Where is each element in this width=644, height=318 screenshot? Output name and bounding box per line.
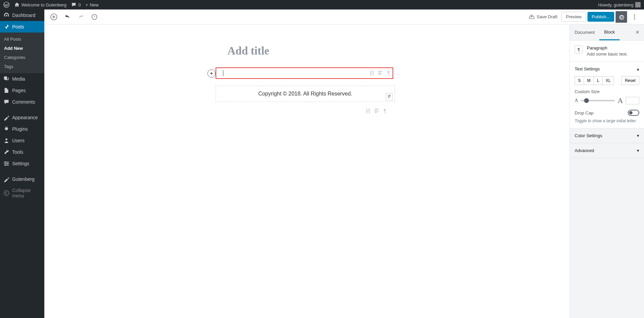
paragraph-icon: ¶ <box>575 45 583 54</box>
site-home-link[interactable]: Welcome to Gutenberg <box>14 2 66 7</box>
menu-gutenberg[interactable]: Gutenberg <box>0 173 44 185</box>
block-placeholder-icons: [/] ¶ <box>370 70 390 77</box>
close-sidebar-button[interactable]: × <box>631 29 644 36</box>
reset-size-button[interactable]: Reset <box>621 76 639 85</box>
plugins-icon <box>3 126 9 132</box>
custom-size-label: Custom Size <box>575 89 639 94</box>
tab-block[interactable]: Block <box>599 24 620 40</box>
settings-icon <box>3 161 9 167</box>
slider-thumb[interactable] <box>584 98 589 103</box>
appearance-icon <box>3 114 9 121</box>
default-appender-icons: [/] ¶ <box>216 108 395 114</box>
undo-button[interactable] <box>61 11 73 23</box>
reusable-block-text: Copyright © 2018. All Rights Reserved. <box>258 91 352 97</box>
content-structure-button[interactable] <box>88 11 101 23</box>
pin-icon <box>3 24 9 30</box>
chevron-up-icon: ▴ <box>637 66 639 71</box>
save-draft-button[interactable]: Save Draft <box>526 14 560 20</box>
paragraph-block[interactable]: [/] ¶ <box>216 67 393 79</box>
tab-document[interactable]: Document <box>570 24 599 40</box>
size-s-button[interactable]: S <box>575 76 584 85</box>
align-icon <box>374 108 379 114</box>
text-cursor <box>223 70 223 76</box>
more-options-button[interactable] <box>628 11 641 23</box>
svg-point-2 <box>5 139 7 140</box>
drop-cap-hint: Toggle to show a large initial letter. <box>575 119 639 123</box>
color-settings-panel[interactable]: Color Settings ▾ <box>570 128 644 143</box>
plus-icon: + <box>86 2 88 7</box>
dashboard-icon <box>3 12 9 18</box>
posts-submenu: All Posts Add New Categories Tags <box>0 33 44 73</box>
submenu-tags[interactable]: Tags <box>0 62 44 71</box>
chevron-down-icon: ▾ <box>637 133 639 138</box>
svg-point-13 <box>634 16 635 17</box>
menu-pages[interactable]: Pages <box>0 85 44 96</box>
menu-users[interactable]: Users <box>0 135 44 146</box>
admin-menu: Dashboard Posts All Posts Add New Catego… <box>0 9 44 318</box>
svg-point-1 <box>5 77 6 78</box>
new-content-link[interactable]: + New <box>86 2 99 7</box>
add-block-button[interactable] <box>48 11 60 23</box>
settings-sidebar: Document Block × ¶ Paragraph Add some ba… <box>570 24 644 318</box>
gutenberg-icon <box>3 176 9 182</box>
align-icon <box>378 70 383 77</box>
size-xl-button[interactable]: XL <box>603 76 614 85</box>
reusable-icon <box>386 93 393 100</box>
pages-icon <box>3 87 9 93</box>
text-settings-panel: Text Settings ▴ S M L XL Reset Custom Si… <box>570 62 644 128</box>
preview-button[interactable]: Preview <box>561 12 586 22</box>
font-size-input[interactable] <box>626 97 639 104</box>
menu-dashboard[interactable]: Dashboard <box>0 9 44 21</box>
menu-media[interactable]: Media <box>0 73 44 85</box>
wordpress-logo-icon[interactable] <box>3 2 9 8</box>
font-size-slider[interactable] <box>581 100 615 101</box>
block-title: Paragraph <box>587 45 628 50</box>
menu-tools[interactable]: Tools <box>0 146 44 158</box>
menu-appearance[interactable]: Appearance <box>0 112 44 123</box>
pilcrow-icon: ¶ <box>387 70 390 77</box>
drop-cap-toggle[interactable] <box>628 110 639 116</box>
menu-settings[interactable]: Settings <box>0 158 44 169</box>
menu-plugins[interactable]: Plugins <box>0 123 44 135</box>
size-m-button[interactable]: M <box>584 76 594 85</box>
submenu-all-posts[interactable]: All Posts <box>0 35 44 44</box>
publish-button[interactable]: Publish... <box>587 12 614 22</box>
block-info-card: ¶ Paragraph Add some basic text. <box>570 41 644 62</box>
sidebar-tabs: Document Block × <box>570 24 644 41</box>
editor: Save Draft Preview Publish... Add title … <box>44 9 644 318</box>
svg-point-7 <box>7 163 8 164</box>
submenu-categories[interactable]: Categories <box>0 53 44 62</box>
comments-link[interactable]: 0 <box>71 2 81 7</box>
tools-icon <box>3 149 9 155</box>
site-title: Welcome to Gutenberg <box>21 2 66 7</box>
post-title-input[interactable]: Add title <box>219 45 395 57</box>
menu-collapse[interactable]: Collapse menu <box>0 185 44 201</box>
user-greeting[interactable]: Howdy, gutenberg <box>598 2 641 7</box>
redo-button[interactable] <box>75 11 87 23</box>
add-block-inline-button[interactable]: + <box>207 69 216 78</box>
reusable-block[interactable]: Copyright © 2018. All Rights Reserved. <box>216 86 395 102</box>
block-desc: Add some basic text. <box>587 51 628 57</box>
comments-icon <box>3 99 9 105</box>
settings-toggle-button[interactable] <box>616 11 627 23</box>
submenu-add-new[interactable]: Add New <box>0 44 44 53</box>
shortcode-icon: [/] <box>366 108 370 114</box>
svg-point-9 <box>4 191 9 195</box>
collapse-icon <box>3 190 9 196</box>
admin-toolbar: Welcome to Gutenberg 0 + New Howdy, gute… <box>0 0 644 9</box>
slider-big-a-icon: A <box>618 96 623 105</box>
slider-small-a-icon: A <box>575 98 578 103</box>
text-settings-header[interactable]: Text Settings ▴ <box>570 62 644 76</box>
menu-comments[interactable]: Comments <box>0 96 44 108</box>
editor-canvas: Add title + [/] ¶ Copyright © 2018. All … <box>44 24 570 318</box>
chevron-down-icon: ▾ <box>637 148 639 153</box>
svg-point-8 <box>5 165 6 166</box>
drop-cap-label: Drop Cap <box>575 110 594 115</box>
cloud-icon <box>529 14 535 20</box>
menu-posts[interactable]: Posts <box>0 21 44 33</box>
size-l-button[interactable]: L <box>594 76 603 85</box>
pilcrow-icon: ¶ <box>383 108 386 114</box>
advanced-panel[interactable]: Advanced ▾ <box>570 143 644 158</box>
new-label: New <box>90 2 98 7</box>
avatar <box>635 2 641 7</box>
